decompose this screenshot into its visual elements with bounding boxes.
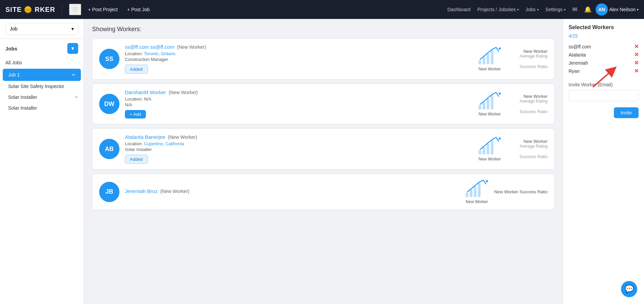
jobs-title: Jobs	[5, 46, 17, 51]
worker-name-row: ss@ff.com ss@ff.com (New Worker)	[125, 44, 472, 50]
chevron-down-icon: ▾	[517, 8, 519, 12]
chevron-down-icon: ▾	[71, 26, 74, 31]
stat-sub: Average Rating	[507, 54, 548, 59]
invite-label: Invite Worker (Email)	[569, 82, 639, 87]
svg-rect-15	[466, 193, 468, 197]
stat-sub: Average Rating	[507, 144, 548, 149]
app-header: SITE🌞RKER ☰ + Post Project + Post Job Da…	[0, 0, 644, 19]
svg-marker-19	[485, 180, 488, 183]
invite-email-input[interactable]	[569, 90, 639, 101]
worker-name-link[interactable]: Jeremiah Broz	[125, 188, 158, 194]
stat-label: New Worker	[507, 139, 548, 144]
remove-worker-button[interactable]: ✕	[634, 44, 639, 49]
worker-location: Location: Toronto, Ontario	[125, 51, 472, 56]
nav-jobs[interactable]: Jobs ▾	[523, 5, 541, 14]
worker-tag: (New Worker)	[177, 44, 206, 50]
worker-location: Location: Cupertino, California	[125, 141, 472, 146]
stat-label2: Success Ratio	[507, 109, 548, 114]
worker-name-link[interactable]: ss@ff.com ss@ff.com	[125, 44, 174, 50]
chart-section: New Worker	[478, 92, 502, 116]
add-button[interactable]: + Add	[125, 110, 146, 118]
added-button[interactable]: Added	[125, 155, 148, 164]
selected-count[interactable]: 4/15	[569, 33, 639, 39]
user-name[interactable]: Alex Neilson ▾	[609, 7, 639, 12]
worker-card: JB Jeremiah Broz (New Worker)	[92, 174, 555, 210]
svg-rect-2	[487, 53, 489, 64]
added-button[interactable]: Added	[125, 65, 148, 74]
sidebar-item-solar-installer-2[interactable]: Solar Installer	[0, 103, 84, 113]
svg-rect-11	[483, 147, 485, 154]
svg-rect-18	[478, 183, 481, 197]
nav-dashboard[interactable]: Dashboard	[445, 5, 473, 14]
trend-chart-icon	[478, 47, 502, 65]
chart-icon-wrapper: New Worker	[465, 179, 489, 204]
logo[interactable]: SITE🌞RKER	[5, 5, 55, 14]
chat-button[interactable]: 💬	[621, 281, 637, 297]
job-dropdown[interactable]: Job ▾	[5, 23, 78, 35]
svg-rect-8	[491, 95, 493, 109]
worker-name-row: DarshanM Worker (New Worker)	[125, 89, 472, 95]
sidebar-item-all-jobs[interactable]: All Jobs	[0, 57, 84, 69]
chevron-down-icon: ▾	[564, 8, 565, 12]
nav-settings[interactable]: Settings ▾	[543, 5, 569, 14]
mail-icon[interactable]: ✉	[570, 4, 580, 15]
worker-card: AB Atalanta Banerjee (New Worker) Locati…	[92, 128, 555, 170]
svg-rect-12	[487, 144, 489, 154]
filter-icon: ▼	[70, 46, 75, 51]
trend-chart-icon	[465, 179, 489, 198]
chart-label: New Worker	[478, 67, 502, 71]
worker-info: Jeremiah Broz (New Worker)	[125, 188, 460, 195]
selected-worker-list: ss@ff.com ✕ Atalanta ✕ Jeremiah ✕ Ryan ✕	[569, 43, 639, 75]
worker-role: Construction Manager	[125, 57, 472, 62]
avatar: SS	[99, 49, 119, 69]
main-nav: Dashboard Projects / Jobsites ▾ Jobs ▾ S…	[445, 3, 639, 16]
main-layout: Job ▾ Jobs ▼ All Jobs Job 1 ✏ Solar Site…	[0, 19, 644, 304]
logo-text: SITE	[5, 6, 22, 14]
remove-worker-button[interactable]: ✕	[634, 52, 639, 58]
worker-tag: (New Worker)	[160, 189, 190, 194]
worker-name-link[interactable]: DarshanM Worker	[125, 89, 166, 95]
list-item: Ryan ✕	[569, 67, 639, 75]
remove-worker-button[interactable]: ✕	[634, 60, 639, 66]
chart-label: New Worker	[478, 112, 502, 116]
stat-label2: Success Ratio	[507, 64, 548, 69]
avatar[interactable]: AN	[596, 3, 608, 16]
notification-bell-icon[interactable]: 🔔	[581, 4, 594, 15]
stat-label2: Success Ratio	[507, 154, 548, 159]
worker-name-row: Atalanta Banerjee (New Worker)	[125, 134, 472, 140]
worker-name-link[interactable]: Atalanta Banerjee	[125, 134, 165, 140]
worker-card: DW DarshanM Worker (New Worker) Location…	[92, 84, 555, 124]
remove-worker-button[interactable]: ✕	[634, 68, 639, 74]
filter-button[interactable]: ▼	[67, 43, 78, 54]
worker-info: Atalanta Banerjee (New Worker) Location:…	[125, 134, 472, 164]
nav-projects-jobsites[interactable]: Projects / Jobsites ▾	[474, 5, 521, 14]
trend-chart-icon	[478, 137, 502, 155]
chart-section: New Worker	[478, 47, 502, 71]
list-item: ss@ff.com ✕	[569, 43, 639, 51]
chart-section: New Worker	[478, 137, 502, 161]
avatar: DW	[99, 94, 119, 114]
trend-chart-icon	[478, 92, 502, 110]
worker-location: Location: N/A	[125, 96, 472, 102]
content-area: Showing Workers: SS ss@ff.com ss@ff.com …	[84, 19, 563, 304]
chart-icon-wrapper: New Worker	[478, 137, 502, 161]
selected-panel-title: Selected Workers	[569, 24, 639, 30]
chart-stats: New Worker Success Ratio	[494, 189, 548, 194]
svg-rect-7	[487, 99, 489, 109]
svg-rect-13	[491, 140, 493, 154]
hamburger-menu[interactable]: ☰	[69, 4, 81, 15]
post-job-button[interactable]: + Post Job	[125, 5, 153, 14]
showing-title: Showing Workers:	[92, 26, 555, 33]
chevron-down-icon: ▾	[537, 8, 539, 12]
stat-label: New Worker	[507, 94, 548, 99]
invite-section: Invite Worker (Email) Invite	[569, 82, 639, 105]
sidebar-item-solar-site-safety-inspector[interactable]: Solar Site Safety Inspector	[0, 81, 84, 92]
worker-card: SS ss@ff.com ss@ff.com (New Worker) Loca…	[92, 38, 555, 80]
sidebar-item-solar-installer-1[interactable]: Solar Installer ✏	[0, 92, 84, 103]
post-project-button[interactable]: + Post Project	[85, 5, 120, 14]
avatar: JB	[99, 182, 119, 202]
chat-icon: 💬	[625, 285, 634, 294]
invite-button[interactable]: Invite	[614, 107, 639, 118]
sidebar-item-job1[interactable]: Job 1 ✏	[3, 69, 81, 81]
selected-workers-panel: Selected Workers 4/15 ss@ff.com ✕ Atalan…	[563, 19, 644, 304]
